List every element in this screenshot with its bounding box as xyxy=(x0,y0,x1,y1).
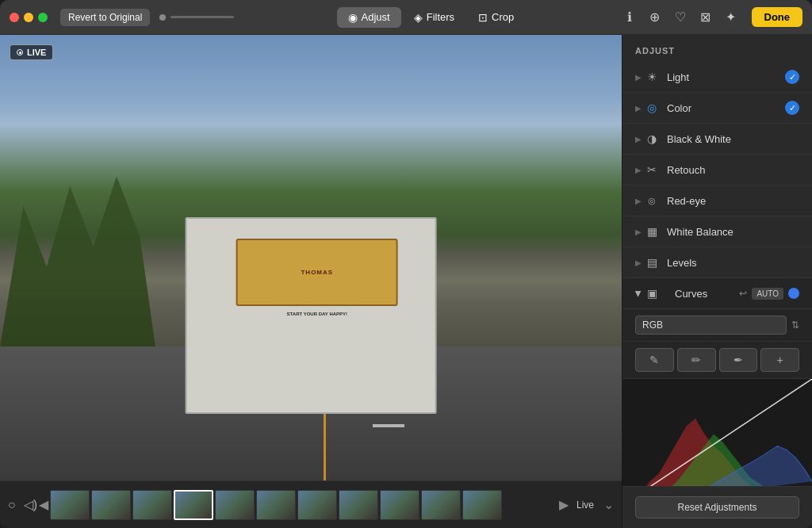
tab-filters[interactable]: ◈ Filters xyxy=(403,7,465,28)
photo-canvas: THOMAS START YOUR DAY HAPPY! xyxy=(0,35,622,480)
filmstrip-thumb[interactable] xyxy=(380,490,419,520)
filters-icon: ◈ xyxy=(414,11,423,24)
minimize-button[interactable] xyxy=(24,13,33,22)
chevron-icon: ▶ xyxy=(635,228,642,236)
filmstrip-thumb[interactable] xyxy=(297,490,337,520)
adjust-header: ADJUST xyxy=(622,35,812,62)
info-icon[interactable]: ℹ xyxy=(622,10,638,25)
curves-select-arrows-icon: ⇅ xyxy=(791,319,799,331)
curves-controls: ↩ AUTO xyxy=(739,288,799,300)
filmstrip-thumb[interactable] xyxy=(91,490,131,520)
chevron-icon: ▶ xyxy=(635,73,642,82)
live-label-bottom: Live xyxy=(576,499,594,511)
chevron-icon: ▶ xyxy=(635,104,642,113)
adjust-item-wb[interactable]: ▶ ▦ White Balance xyxy=(622,216,812,247)
done-button[interactable]: Done xyxy=(752,7,803,27)
live-dot-icon xyxy=(17,49,23,55)
filmstrip-area: ○ ◁) ◀ ▶ Live ⌄ xyxy=(0,480,622,528)
curves-tools: ✎ ✏ ✒ + xyxy=(622,342,812,379)
magic-icon[interactable]: ✦ xyxy=(723,10,739,25)
filmstrip-thumb[interactable] xyxy=(50,490,90,520)
filmstrip-thumb[interactable] xyxy=(462,490,502,520)
share-icon[interactable]: ⊠ xyxy=(698,10,714,25)
chevron-icon: ▶ xyxy=(635,258,642,267)
photo-area: LIVE THOMAS START YOUR DAY HAPPY! xyxy=(0,35,622,528)
color-icon: ◎ xyxy=(645,101,659,115)
circle-icon[interactable]: ○ xyxy=(8,498,16,512)
slider-dot xyxy=(159,14,166,21)
histogram xyxy=(622,379,812,486)
adjust-item-light[interactable]: ▶ ☀ Light ✓ xyxy=(622,62,812,93)
tab-crop[interactable]: ⊡ Crop xyxy=(467,7,525,28)
adjust-item-color[interactable]: ▶ ◎ Color ✓ xyxy=(622,93,812,124)
levels-icon: ▤ xyxy=(645,255,659,270)
slider-track[interactable] xyxy=(170,16,234,18)
truck-sign: THOMAS xyxy=(236,239,398,306)
adjust-item-redeye[interactable]: ▶ ◎ Red-eye xyxy=(622,186,812,216)
slider-container xyxy=(159,14,234,21)
live-dot-inner xyxy=(19,52,21,54)
right-panel: ADJUST ▶ ☀ Light ✓ ▶ ◎ Color ✓ ▶ ◑ Black… xyxy=(622,35,812,528)
tab-group: ◉ Adjust ◈ Filters ⊡ Crop xyxy=(247,7,615,28)
filmstrip-thumb[interactable] xyxy=(215,490,255,520)
curves-chevron-icon: ▶ xyxy=(634,290,643,297)
heart-icon[interactable]: ♡ xyxy=(672,10,688,25)
truck-slogan: START YOUR DAY HAPPY! xyxy=(236,312,398,316)
adjust-item-bw[interactable]: ▶ ◑ Black & White xyxy=(622,124,812,155)
revert-button[interactable]: Revert to Original xyxy=(60,9,150,26)
reset-btn-container: Reset Adjustments xyxy=(622,486,812,528)
truck: THOMAS START YOUR DAY HAPPY! xyxy=(171,169,451,414)
curves-gray-point-tool[interactable]: ✏ xyxy=(677,348,716,372)
filmstrip-dropdown-icon[interactable]: ⌄ xyxy=(603,497,614,512)
toolbar-icons: ℹ ⊕ ♡ ⊠ ✦ xyxy=(622,10,739,25)
chevron-icon: ▶ xyxy=(635,166,642,174)
curves-add-point-tool[interactable]: + xyxy=(760,348,799,372)
reset-adjustments-button[interactable]: Reset Adjustments xyxy=(635,496,799,518)
main-content: LIVE THOMAS START YOUR DAY HAPPY! xyxy=(0,35,812,528)
close-button[interactable] xyxy=(10,13,19,22)
tab-adjust[interactable]: ◉ Adjust xyxy=(337,7,401,28)
traffic-lights xyxy=(10,13,48,22)
filmstrip-thumb[interactable] xyxy=(339,490,378,520)
curves-section: ▶ ▣ Curves ↩ AUTO RGB ⇅ ✎ xyxy=(622,278,812,486)
truck-body: THOMAS START YOUR DAY HAPPY! xyxy=(185,217,437,413)
bw-icon: ◑ xyxy=(645,132,659,146)
filmstrip-thumb[interactable] xyxy=(421,490,461,520)
curves-icon: ▣ xyxy=(645,286,659,300)
light-check: ✓ xyxy=(785,70,799,84)
curves-white-point-tool[interactable]: ✒ xyxy=(719,348,758,372)
adjust-item-retouch[interactable]: ▶ ✂ Retouch xyxy=(622,155,812,186)
crop-icon: ⊡ xyxy=(478,11,488,24)
road-dash-line xyxy=(373,424,404,427)
speaker-icon[interactable]: ◁) xyxy=(24,497,37,512)
curves-active-dot xyxy=(788,288,799,299)
filmstrip-thumb[interactable] xyxy=(132,490,172,520)
curves-auto-button[interactable]: AUTO xyxy=(752,288,783,300)
color-check: ✓ xyxy=(785,101,799,115)
titlebar: Revert to Original ◉ Adjust ◈ Filters ⊡ … xyxy=(0,0,812,35)
curves-channel-select[interactable]: RGB xyxy=(635,316,787,335)
curves-header[interactable]: ▶ ▣ Curves ↩ AUTO xyxy=(622,278,812,309)
live-badge: LIVE xyxy=(10,44,53,60)
wb-icon: ▦ xyxy=(645,224,659,239)
filmstrip-left-handle[interactable]: ◀ xyxy=(40,488,47,522)
adjust-item-levels[interactable]: ▶ ▤ Levels xyxy=(622,247,812,278)
adjust-icon: ◉ xyxy=(348,11,358,24)
light-icon: ☀ xyxy=(645,70,659,84)
curves-rgb-row: RGB ⇅ xyxy=(622,309,812,342)
curves-black-point-tool[interactable]: ✎ xyxy=(635,348,674,372)
adjust-list: ▶ ☀ Light ✓ ▶ ◎ Color ✓ ▶ ◑ Black & Whit… xyxy=(622,62,812,486)
redeye-icon: ◎ xyxy=(645,193,659,208)
chevron-icon: ▶ xyxy=(635,135,642,143)
chevron-icon: ▶ xyxy=(635,197,642,205)
add-circle-icon[interactable]: ⊕ xyxy=(647,10,663,25)
filmstrip-thumb-active[interactable] xyxy=(174,490,213,520)
retouch-icon: ✂ xyxy=(645,163,659,177)
curves-undo-icon[interactable]: ↩ xyxy=(739,288,747,299)
filmstrip-right-handle[interactable]: ▶ xyxy=(561,488,567,522)
bottom-left-icons: ○ ◁) xyxy=(8,497,37,512)
histogram-canvas xyxy=(622,379,812,486)
filmstrip-thumb[interactable] xyxy=(256,490,296,520)
fullscreen-button[interactable] xyxy=(38,13,48,22)
filmstrip-scroll[interactable] xyxy=(50,488,557,522)
